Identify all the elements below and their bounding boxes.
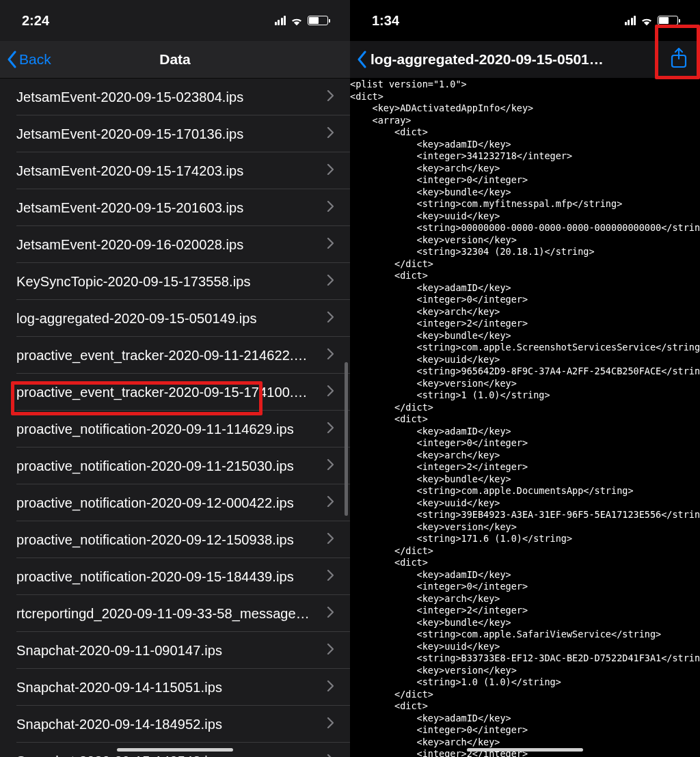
file-row[interactable]: JetsamEvent-2020-09-15-174203.ips xyxy=(0,152,350,189)
scroll-indicator[interactable] xyxy=(345,362,348,516)
file-row[interactable]: proactive_notification-2020-09-11-114629… xyxy=(0,411,350,448)
file-row[interactable]: rtcreportingd_2020-09-11-09-33-58_messag… xyxy=(0,595,350,632)
chevron-right-icon xyxy=(327,754,334,757)
file-content[interactable]: <plist version="1.0"> <dict> <key>ADActi… xyxy=(350,79,700,757)
file-name: proactive_notification-2020-09-12-000422… xyxy=(16,495,294,511)
right-phone-screen: 1:34 log-aggregated-2020-09-15-0501… <pl… xyxy=(350,0,700,757)
status-time: 2:24 xyxy=(22,13,49,29)
chevron-right-icon xyxy=(327,385,334,399)
chevron-right-icon xyxy=(327,459,334,473)
chevron-right-icon xyxy=(327,201,334,215)
file-row[interactable]: Snapchat-2020-09-14-115051.ips xyxy=(0,669,350,706)
nav-header: log-aggregated-2020-09-15-0501… xyxy=(350,41,700,79)
file-name: JetsamEvent-2020-09-15-174203.ips xyxy=(16,163,243,179)
back-button[interactable] xyxy=(350,51,368,68)
cellular-icon xyxy=(625,16,636,25)
chevron-back-icon xyxy=(7,51,18,68)
nav-header: Back Data xyxy=(0,41,350,79)
share-icon xyxy=(670,48,688,68)
file-name: proactive_event_tracker-2020-09-15-17410… xyxy=(16,385,310,400)
chevron-right-icon xyxy=(327,496,334,510)
status-bar: 1:34 xyxy=(350,0,700,41)
file-name: Snapchat-2020-09-14-115051.ips xyxy=(16,680,222,696)
chevron-right-icon xyxy=(327,422,334,436)
file-name: proactive_notification-2020-09-12-150938… xyxy=(16,532,294,548)
chevron-back-icon xyxy=(357,51,368,68)
file-row[interactable]: proactive_notification-2020-09-12-000422… xyxy=(0,484,350,521)
file-name: Snapchat-2020-09-11-090147.ips xyxy=(16,643,222,659)
file-name: KeySyncTopic-2020-09-15-173558.ips xyxy=(16,274,251,290)
chevron-right-icon xyxy=(327,164,334,178)
status-bar: 2:24 xyxy=(0,0,350,41)
chevron-right-icon xyxy=(327,680,334,694)
share-button[interactable] xyxy=(663,44,700,75)
chevron-right-icon xyxy=(327,644,334,657)
back-button[interactable]: Back xyxy=(0,51,51,68)
home-indicator[interactable] xyxy=(467,748,583,752)
chevron-right-icon xyxy=(327,127,334,141)
file-name: proactive_notification-2020-09-15-184439… xyxy=(16,569,294,585)
file-row[interactable]: proactive_notification-2020-09-12-150938… xyxy=(0,521,350,558)
file-row[interactable]: JetsamEvent-2020-09-16-020028.ips xyxy=(0,226,350,263)
file-row[interactable]: proactive_notification-2020-09-15-184439… xyxy=(0,558,350,595)
chevron-right-icon xyxy=(327,570,334,583)
file-name: JetsamEvent-2020-09-16-020028.ips xyxy=(16,237,243,253)
left-phone-screen: 2:24 Back Data JetsamEvent-2020-09-15-02… xyxy=(0,0,350,757)
doc-title: log-aggregated-2020-09-15-0501… xyxy=(368,51,663,68)
battery-icon xyxy=(658,16,678,25)
file-name: proactive_notification-2020-09-11-215030… xyxy=(16,458,294,474)
file-row[interactable]: JetsamEvent-2020-09-15-170136.ips xyxy=(0,115,350,152)
file-row[interactable]: Snapchat-2020-09-11-090147.ips xyxy=(0,632,350,669)
status-time: 1:34 xyxy=(372,13,399,29)
battery-icon xyxy=(308,16,328,25)
status-icons xyxy=(625,16,679,26)
page-title: Data xyxy=(0,51,350,68)
file-name: log-aggregated-2020-09-15-050149.ips xyxy=(16,311,257,327)
status-icons xyxy=(275,16,329,26)
chevron-right-icon xyxy=(327,607,334,620)
file-row[interactable]: KeySyncTopic-2020-09-15-173558.ips xyxy=(0,263,350,300)
file-name: proactive_notification-2020-09-11-114629… xyxy=(16,422,294,437)
file-name: rtcreportingd_2020-09-11-09-33-58_messag… xyxy=(16,606,310,622)
file-row[interactable]: JetsamEvent-2020-09-15-201603.ips xyxy=(0,189,350,226)
file-row[interactable]: JetsamEvent-2020-09-15-023804.ips xyxy=(0,79,350,115)
file-row[interactable]: proactive_event_tracker-2020-09-15-17410… xyxy=(0,374,350,411)
file-name: proactive_event_tracker-2020-09-11-21462… xyxy=(16,348,310,363)
chevron-right-icon xyxy=(327,533,334,547)
cellular-icon xyxy=(275,16,286,25)
wifi-icon xyxy=(290,16,304,26)
file-row[interactable]: proactive_notification-2020-09-11-215030… xyxy=(0,448,350,484)
chevron-right-icon xyxy=(327,275,334,288)
file-row[interactable]: Snapchat-2020-09-14-184952.ips xyxy=(0,706,350,743)
file-list: JetsamEvent-2020-09-15-023804.ipsJetsamE… xyxy=(0,79,350,757)
file-name: JetsamEvent-2020-09-15-170136.ips xyxy=(16,126,243,142)
chevron-right-icon xyxy=(327,312,334,325)
file-name: JetsamEvent-2020-09-15-023804.ips xyxy=(16,90,243,105)
home-indicator[interactable] xyxy=(117,748,233,752)
file-row[interactable]: proactive_event_tracker-2020-09-11-21462… xyxy=(0,337,350,374)
chevron-right-icon xyxy=(327,348,334,362)
chevron-right-icon xyxy=(327,238,334,251)
file-name: Snapchat-2020-09-14-184952.ips xyxy=(16,717,222,732)
chevron-right-icon xyxy=(327,717,334,731)
file-name: JetsamEvent-2020-09-15-201603.ips xyxy=(16,200,243,216)
wifi-icon xyxy=(640,16,654,26)
file-name: Snapchat-2020-09-15-140542.ips xyxy=(16,754,222,758)
file-row[interactable]: log-aggregated-2020-09-15-050149.ips xyxy=(0,300,350,337)
back-label: Back xyxy=(19,51,51,68)
chevron-right-icon xyxy=(327,90,334,104)
